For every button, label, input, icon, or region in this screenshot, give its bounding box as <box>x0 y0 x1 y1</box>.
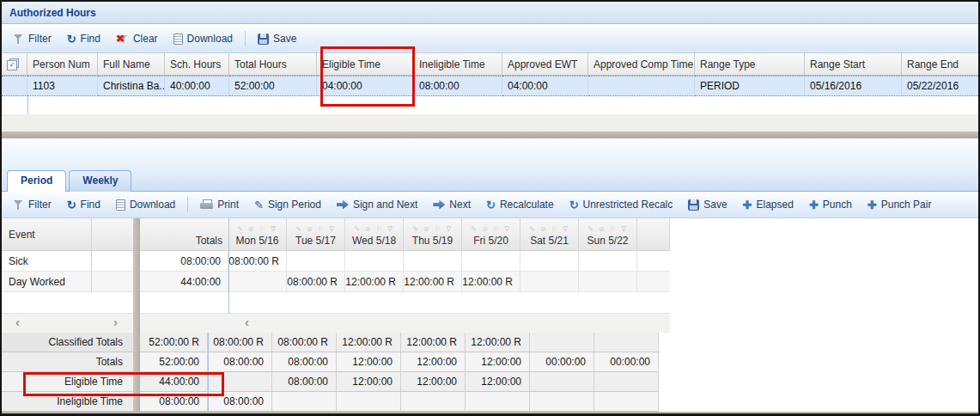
day-cell[interactable]: 12:00:00 R <box>462 272 520 292</box>
event-row-sick: 08:00:00 08:00:00 R <box>140 251 670 272</box>
day-cell[interactable]: 12:00:00 R <box>404 272 462 292</box>
download-button[interactable]: Download <box>110 196 181 213</box>
day-header-mon[interactable]: ✎ ⊘ ⚐ ∇Mon 5/16 <box>228 218 287 251</box>
col-range-end[interactable]: Range End <box>902 53 980 76</box>
save-button[interactable]: Save <box>682 196 733 213</box>
save-button[interactable]: Save <box>252 30 302 47</box>
auth-table-row[interactable]: 1103 Christina Ba... 40:00:00 52:00:00 0… <box>2 76 980 96</box>
punch-button[interactable]: ✚ Punch <box>803 196 858 213</box>
print-button[interactable]: Print <box>194 196 245 213</box>
filter-button[interactable]: Filter <box>7 30 58 47</box>
column-border-fragment <box>27 96 28 115</box>
recalculate-icon: ↻ <box>569 199 579 211</box>
cell-range-start[interactable]: 05/16/2016 <box>805 76 902 96</box>
cell-approved-comp-time[interactable] <box>588 76 695 96</box>
cell-sch-hours[interactable]: 40:00:00 <box>165 76 229 96</box>
col-full-name[interactable]: Full Name <box>98 53 165 76</box>
summary-day-cell: 08:00:00 R <box>272 333 337 352</box>
day-header-thu[interactable]: ✎ ⊘ ⚐ ∇Thu 5/19 <box>404 218 462 251</box>
toolbar-separator <box>245 31 246 46</box>
cell-total-hours[interactable]: 52:00:00 <box>229 76 317 96</box>
day-pane-scrollbar: ‹ <box>140 313 670 333</box>
event-column-header: Event <box>2 218 133 251</box>
day-header-sat[interactable]: ✎ ⊘ ⚐ ∇Sat 5/21 <box>520 218 579 251</box>
day-cell[interactable] <box>579 272 637 292</box>
summary-label-eligible-time: Eligible Time <box>2 372 133 392</box>
scroll-left-icon[interactable]: ‹ <box>15 315 20 329</box>
filler-cell <box>637 251 670 272</box>
summary-day-cell: 12:00:00 <box>337 372 401 392</box>
find-button[interactable]: ↻ Find <box>61 196 107 213</box>
cell-person-num[interactable]: 1103 <box>27 76 98 96</box>
filter-button[interactable]: Filter <box>7 196 58 213</box>
summary-day-cell <box>466 392 530 412</box>
recalculate-button[interactable]: ↻ Recalculate <box>480 196 560 213</box>
totals-cell: 08:00:00 <box>140 251 228 272</box>
day-cell[interactable] <box>287 251 345 272</box>
day-cell[interactable] <box>345 251 404 272</box>
col-approved-ewt[interactable]: Approved EWT <box>502 53 588 76</box>
filter-icon <box>13 34 24 45</box>
select-all-icon <box>7 58 20 70</box>
pane-divider[interactable] <box>133 218 140 413</box>
day-cell[interactable]: 08:00:00 R <box>228 251 287 272</box>
day-header-fri[interactable]: ✎ ⊘ ⚐ ∇Fri 5/20 <box>462 218 520 251</box>
summary-day-cell <box>594 392 659 412</box>
unrestricted-recalc-button[interactable]: ↻ Unrestricted Recalc <box>563 196 679 213</box>
cell-eligible-time[interactable]: 04:00:00 <box>317 76 414 96</box>
sign-and-next-button[interactable]: Sign and Next <box>331 196 423 213</box>
day-cell[interactable] <box>520 251 579 272</box>
col-sch-hours[interactable]: Sch. Hours <box>165 53 229 76</box>
scroll-left-icon[interactable]: ‹ <box>245 315 249 329</box>
day-cell[interactable]: 08:00:00 R <box>287 272 345 292</box>
elapsed-button[interactable]: ✚ Elapsed <box>737 196 800 213</box>
col-range-type[interactable]: Range Type <box>695 53 805 76</box>
timesheet-grid: Event Sick Day Worked ‹ › Classified Tot… <box>2 218 978 413</box>
scroll-right-icon[interactable]: › <box>113 315 118 329</box>
event-label[interactable]: Sick <box>2 251 133 272</box>
summary-day-cell: 12:00:00 R <box>337 333 401 352</box>
next-button[interactable]: Next <box>427 196 477 213</box>
day-cell[interactable] <box>404 251 462 272</box>
download-button[interactable]: Download <box>167 30 239 47</box>
cell-range-type[interactable]: PERIOD <box>695 76 805 96</box>
pane-splitter[interactable] <box>2 132 978 138</box>
sign-icon: ✎ <box>254 199 264 211</box>
left-pane-scrollbar: ‹ › <box>2 313 133 333</box>
tab-weekly[interactable]: Weekly <box>69 170 131 192</box>
col-total-hours[interactable]: Total Hours <box>229 53 317 76</box>
day-header-sun[interactable]: ✎ ⊘ ⚐ ∇Sun 5/22 <box>579 218 637 251</box>
day-cell[interactable] <box>228 272 287 292</box>
summary-day-cell: 08:00:00 R <box>208 333 272 352</box>
col-approved-comp-time[interactable]: Approved Comp Time <box>588 53 695 76</box>
cell-ineligible-time[interactable]: 08:00:00 <box>414 76 502 96</box>
col-eligible-time[interactable]: Eligible Time <box>317 53 414 76</box>
cell-approved-ewt[interactable]: 04:00:00 <box>502 76 588 96</box>
tab-period[interactable]: Period <box>7 170 66 192</box>
clear-button[interactable]: ✖ Clear <box>110 30 164 47</box>
row-select-cell[interactable] <box>2 76 27 96</box>
summary-day-cell <box>594 333 659 352</box>
day-cell[interactable] <box>462 251 520 272</box>
col-range-start[interactable]: Range Start <box>805 53 902 76</box>
summary-total-cell: 52:00:00 <box>140 352 208 372</box>
find-button[interactable]: ↻ Find <box>61 30 107 47</box>
day-cell[interactable] <box>579 251 637 272</box>
event-label[interactable]: Day Worked <box>2 272 133 292</box>
panel-titlebar: Authorized Hours <box>2 2 978 24</box>
window-bottom-edge <box>2 412 978 414</box>
day-header-wed[interactable]: ✎ ⊘ ⚐ ∇Wed 5/18 <box>345 218 404 251</box>
select-all-header[interactable] <box>2 53 27 76</box>
day-cell[interactable] <box>520 272 579 292</box>
col-ineligible-time[interactable]: Ineligible Time <box>414 53 502 76</box>
cell-full-name[interactable]: Christina Ba... <box>98 76 165 96</box>
day-header-tue[interactable]: ✎ ⊘ ⚐ ∇Tue 5/17 <box>287 218 345 251</box>
sign-period-button[interactable]: ✎ Sign Period <box>248 196 327 213</box>
cell-range-end[interactable]: 05/22/2016 <box>902 76 980 96</box>
cell-tool-icons: ✎ ⊘ ⚐ ∇ <box>295 225 336 235</box>
summary-day-cell: 00:00:00 <box>530 352 594 372</box>
summary-day-cell: 08:00:00 <box>272 352 337 372</box>
day-cell[interactable]: 12:00:00 R <box>345 272 404 292</box>
punch-pair-button[interactable]: ✚ Punch Pair <box>861 196 938 213</box>
col-person-num[interactable]: Person Num <box>27 53 98 76</box>
